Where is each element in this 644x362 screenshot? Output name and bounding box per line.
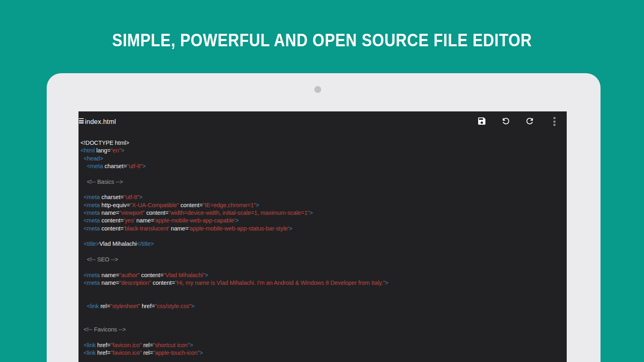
code-line: <meta content='black-translucent' name='… xyxy=(80,225,564,232)
undo-button[interactable] xyxy=(501,116,511,126)
code-line xyxy=(80,248,564,256)
code-line: <meta http-equiv="X-UA-Compatible" conte… xyxy=(80,202,564,209)
code-line: <link href="favicon.ico" rel="apple-touc… xyxy=(80,349,564,357)
code-line: <head> xyxy=(80,155,564,162)
code-line: <meta content='yes' name='apple-mobile-w… xyxy=(80,217,564,224)
code-line: <!-- Basics --> xyxy=(80,178,564,186)
code-line xyxy=(80,295,564,302)
redo-icon xyxy=(525,121,535,127)
code-line: <!-- SEO --> xyxy=(80,256,564,263)
code-line: <link href="favicon.ico" rel="shortcut i… xyxy=(80,341,564,349)
save-button[interactable] xyxy=(477,116,487,126)
code-line xyxy=(80,186,564,193)
code-line: <title>Vlad Mihalachi</title> xyxy=(80,240,564,248)
file-title: index.html xyxy=(85,111,116,131)
code-line xyxy=(80,318,564,326)
code-line: <meta name="author" content="Vlad Mihala… xyxy=(80,272,564,279)
code-line: <!-- Favicons --> xyxy=(80,326,564,333)
editor-screen: index.html xyxy=(78,111,567,362)
tablet-frame: index.html xyxy=(47,73,601,362)
code-line: <meta charset="utf-8"> xyxy=(80,193,564,201)
headline: SIMPLE, POWERFUL AND OPEN SOURCE FILE ED… xyxy=(39,29,605,50)
save-icon xyxy=(477,121,487,127)
code-line xyxy=(80,334,564,341)
app-bar: index.html xyxy=(78,111,567,131)
code-line xyxy=(80,170,564,178)
tablet-camera-dot xyxy=(314,86,321,93)
code-line xyxy=(80,287,564,295)
code-line xyxy=(80,232,564,240)
code-line: <meta name="viewport" content="width=dev… xyxy=(80,209,564,217)
code-editor[interactable]: <!DOCTYPE html><html lang="en"> <head> <… xyxy=(78,131,567,357)
code-line: <meta name="description" content="Hi, my… xyxy=(80,279,564,287)
menu-icon[interactable] xyxy=(79,118,84,124)
overflow-menu-icon xyxy=(549,117,559,126)
code-line: <link rel="stylesheet" href="css/style.c… xyxy=(80,302,564,310)
overflow-menu-button[interactable] xyxy=(549,117,559,126)
code-line xyxy=(80,264,564,272)
code-line: <meta charset="utf-8"> xyxy=(80,162,564,170)
undo-icon xyxy=(501,121,511,127)
code-line: <html lang="en"> xyxy=(80,147,564,154)
redo-button[interactable] xyxy=(525,116,535,126)
code-line: <!DOCTYPE html> xyxy=(80,139,564,147)
code-line xyxy=(80,311,564,318)
